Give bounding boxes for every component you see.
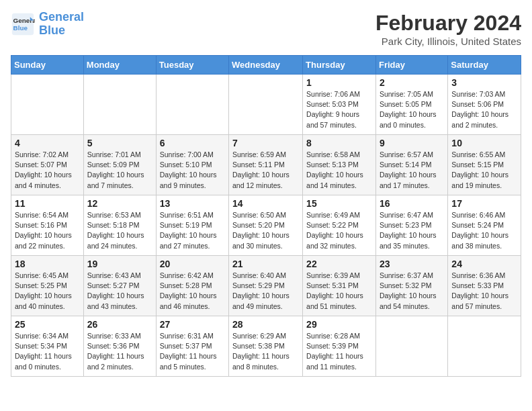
day-info: Sunrise: 6:33 AM Sunset: 5:36 PM Dayligh… [87, 331, 152, 372]
calendar-cell: 27Sunrise: 6:31 AM Sunset: 5:37 PM Dayli… [156, 316, 228, 377]
day-info: Sunrise: 6:34 AM Sunset: 5:34 PM Dayligh… [15, 331, 80, 372]
calendar-cell [229, 75, 303, 135]
day-number: 19 [87, 259, 152, 269]
calendar-cell: 17Sunrise: 6:46 AM Sunset: 5:24 PM Dayli… [448, 195, 521, 256]
page-header: General Blue GeneralBlue February 2024 P… [11, 11, 521, 47]
weekday-header-tuesday: Tuesday [156, 56, 228, 75]
calendar-week-5: 25Sunrise: 6:34 AM Sunset: 5:34 PM Dayli… [11, 316, 521, 377]
day-number: 18 [15, 259, 80, 269]
calendar-header: SundayMondayTuesdayWednesdayThursdayFrid… [11, 56, 521, 75]
day-info: Sunrise: 6:36 AM Sunset: 5:33 PM Dayligh… [451, 271, 517, 312]
day-info: Sunrise: 6:50 AM Sunset: 5:20 PM Dayligh… [232, 210, 299, 251]
svg-text:Blue: Blue [13, 24, 28, 32]
weekday-header-wednesday: Wednesday [229, 56, 303, 75]
day-number: 25 [15, 319, 80, 330]
day-info: Sunrise: 7:05 AM Sunset: 5:05 PM Dayligh… [380, 89, 444, 130]
calendar-cell: 4Sunrise: 7:02 AM Sunset: 5:07 PM Daylig… [11, 135, 84, 195]
day-number: 17 [451, 198, 517, 209]
day-number: 20 [160, 259, 225, 269]
day-info: Sunrise: 7:00 AM Sunset: 5:10 PM Dayligh… [160, 150, 225, 191]
day-info: Sunrise: 7:06 AM Sunset: 5:03 PM Dayligh… [306, 89, 372, 130]
calendar-cell: 20Sunrise: 6:42 AM Sunset: 5:28 PM Dayli… [156, 256, 228, 316]
day-number: 2 [380, 77, 444, 88]
day-info: Sunrise: 6:53 AM Sunset: 5:18 PM Dayligh… [87, 210, 152, 251]
calendar-cell: 2Sunrise: 7:05 AM Sunset: 5:05 PM Daylig… [375, 75, 447, 135]
day-number: 24 [451, 259, 517, 269]
calendar-cell: 8Sunrise: 6:58 AM Sunset: 5:13 PM Daylig… [303, 135, 376, 195]
day-info: Sunrise: 6:31 AM Sunset: 5:37 PM Dayligh… [160, 331, 225, 372]
day-info: Sunrise: 6:49 AM Sunset: 5:22 PM Dayligh… [306, 210, 372, 251]
day-info: Sunrise: 6:55 AM Sunset: 5:15 PM Dayligh… [451, 150, 517, 191]
day-number: 21 [232, 259, 299, 269]
calendar-week-4: 18Sunrise: 6:45 AM Sunset: 5:25 PM Dayli… [11, 256, 521, 316]
title-block: February 2024 Park City, Illinois, Unite… [375, 11, 521, 47]
day-info: Sunrise: 6:28 AM Sunset: 5:39 PM Dayligh… [306, 331, 372, 372]
page-subtitle: Park City, Illinois, United States [375, 36, 521, 47]
day-number: 12 [87, 198, 152, 209]
calendar-cell: 5Sunrise: 7:01 AM Sunset: 5:09 PM Daylig… [83, 135, 156, 195]
day-number: 11 [15, 198, 80, 209]
calendar-cell: 9Sunrise: 6:57 AM Sunset: 5:14 PM Daylig… [375, 135, 447, 195]
day-info: Sunrise: 6:42 AM Sunset: 5:28 PM Dayligh… [160, 271, 225, 312]
calendar-cell: 10Sunrise: 6:55 AM Sunset: 5:15 PM Dayli… [448, 135, 521, 195]
calendar-cell [448, 316, 521, 377]
day-number: 8 [306, 138, 372, 148]
day-info: Sunrise: 6:39 AM Sunset: 5:31 PM Dayligh… [306, 271, 372, 312]
logo-icon: General Blue [11, 12, 35, 36]
calendar-cell: 11Sunrise: 6:54 AM Sunset: 5:16 PM Dayli… [11, 195, 84, 256]
calendar-cell: 7Sunrise: 6:59 AM Sunset: 5:11 PM Daylig… [229, 135, 303, 195]
calendar-cell [156, 75, 228, 135]
day-number: 28 [232, 319, 299, 330]
day-number: 4 [15, 138, 80, 148]
calendar-cell: 29Sunrise: 6:28 AM Sunset: 5:39 PM Dayli… [303, 316, 376, 377]
calendar-cell: 1Sunrise: 7:06 AM Sunset: 5:03 PM Daylig… [303, 75, 376, 135]
calendar-cell: 16Sunrise: 6:47 AM Sunset: 5:23 PM Dayli… [375, 195, 447, 256]
day-info: Sunrise: 6:43 AM Sunset: 5:27 PM Dayligh… [87, 271, 152, 312]
calendar-cell: 25Sunrise: 6:34 AM Sunset: 5:34 PM Dayli… [11, 316, 84, 377]
calendar-cell: 26Sunrise: 6:33 AM Sunset: 5:36 PM Dayli… [83, 316, 156, 377]
day-number: 16 [380, 198, 444, 209]
calendar-cell: 24Sunrise: 6:36 AM Sunset: 5:33 PM Dayli… [448, 256, 521, 316]
calendar-week-3: 11Sunrise: 6:54 AM Sunset: 5:16 PM Dayli… [11, 195, 521, 256]
day-number: 13 [160, 198, 225, 209]
weekday-header-sunday: Sunday [11, 56, 84, 75]
day-info: Sunrise: 6:57 AM Sunset: 5:14 PM Dayligh… [380, 150, 444, 191]
day-number: 22 [306, 259, 372, 269]
day-number: 5 [87, 138, 152, 148]
day-info: Sunrise: 7:03 AM Sunset: 5:06 PM Dayligh… [451, 89, 517, 130]
day-number: 14 [232, 198, 299, 209]
calendar-cell [83, 75, 156, 135]
day-number: 15 [306, 198, 372, 209]
weekday-header-friday: Friday [375, 56, 447, 75]
calendar-cell: 13Sunrise: 6:51 AM Sunset: 5:19 PM Dayli… [156, 195, 228, 256]
day-number: 27 [160, 319, 225, 330]
day-info: Sunrise: 6:40 AM Sunset: 5:29 PM Dayligh… [232, 271, 299, 312]
calendar-table: SundayMondayTuesdayWednesdayThursdayFrid… [11, 55, 521, 377]
day-info: Sunrise: 7:02 AM Sunset: 5:07 PM Dayligh… [15, 150, 80, 191]
day-info: Sunrise: 6:54 AM Sunset: 5:16 PM Dayligh… [15, 210, 80, 251]
weekday-header-monday: Monday [83, 56, 156, 75]
day-info: Sunrise: 6:58 AM Sunset: 5:13 PM Dayligh… [306, 150, 372, 191]
day-info: Sunrise: 6:59 AM Sunset: 5:11 PM Dayligh… [232, 150, 299, 191]
logo-text: GeneralBlue [39, 11, 84, 38]
calendar-cell: 12Sunrise: 6:53 AM Sunset: 5:18 PM Dayli… [83, 195, 156, 256]
day-number: 9 [380, 138, 444, 148]
day-info: Sunrise: 6:51 AM Sunset: 5:19 PM Dayligh… [160, 210, 225, 251]
calendar-cell: 23Sunrise: 6:37 AM Sunset: 5:32 PM Dayli… [375, 256, 447, 316]
calendar-cell [11, 75, 84, 135]
day-info: Sunrise: 6:46 AM Sunset: 5:24 PM Dayligh… [451, 210, 517, 251]
day-number: 23 [380, 259, 444, 269]
day-number: 7 [232, 138, 299, 148]
calendar-cell: 15Sunrise: 6:49 AM Sunset: 5:22 PM Dayli… [303, 195, 376, 256]
day-info: Sunrise: 6:37 AM Sunset: 5:32 PM Dayligh… [380, 271, 444, 312]
day-number: 26 [87, 319, 152, 330]
day-number: 29 [306, 319, 372, 330]
page-title: February 2024 [375, 11, 521, 36]
calendar-cell: 3Sunrise: 7:03 AM Sunset: 5:06 PM Daylig… [448, 75, 521, 135]
day-info: Sunrise: 6:45 AM Sunset: 5:25 PM Dayligh… [15, 271, 80, 312]
calendar-cell: 28Sunrise: 6:29 AM Sunset: 5:38 PM Dayli… [229, 316, 303, 377]
calendar-cell: 14Sunrise: 6:50 AM Sunset: 5:20 PM Dayli… [229, 195, 303, 256]
calendar-body: 1Sunrise: 7:06 AM Sunset: 5:03 PM Daylig… [11, 75, 521, 377]
calendar-cell: 19Sunrise: 6:43 AM Sunset: 5:27 PM Dayli… [83, 256, 156, 316]
svg-text:General: General [13, 17, 35, 24]
